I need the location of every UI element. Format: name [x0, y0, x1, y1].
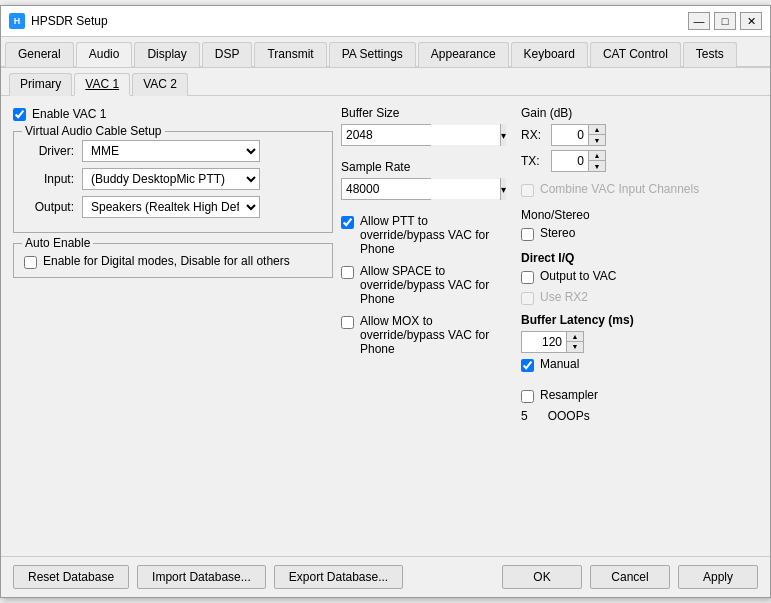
resampler-row: Resampler [521, 388, 713, 403]
latency-up-btn[interactable]: ▲ [567, 332, 583, 342]
main-tab-bar: General Audio Display DSP Transmit PA Se… [1, 37, 770, 68]
export-database-button[interactable]: Export Database... [274, 565, 403, 589]
tx-gain-input[interactable] [552, 151, 588, 171]
sub-tab-vac1[interactable]: VAC 1 [74, 73, 130, 96]
driver-select[interactable]: MME ASIO WDM [82, 140, 260, 162]
tx-gain-down-btn[interactable]: ▼ [589, 161, 605, 171]
ok-button[interactable]: OK [502, 565, 582, 589]
mox-bypass-row: Allow MOX to override/bypass VAC for Pho… [341, 314, 513, 356]
use-rx2-checkbox[interactable] [521, 292, 534, 305]
tab-display[interactable]: Display [134, 42, 199, 67]
tx-gain-arrows: ▲ ▼ [588, 151, 605, 171]
stereo-label: Stereo [540, 226, 575, 240]
title-bar: H HPSDR Setup — □ ✕ [1, 6, 770, 37]
auto-enable-section: Auto Enable Enable for Digital modes, Di… [13, 243, 333, 278]
buffer-size-title: Buffer Size [341, 106, 513, 120]
ptt-bypass-checkbox[interactable] [341, 216, 354, 229]
vac-section-label: Virtual Audio Cable Setup [22, 124, 165, 138]
mid-checkboxes: Allow PTT to override/bypass VAC for Pho… [341, 214, 513, 356]
tab-tests[interactable]: Tests [683, 42, 737, 67]
left-column: Enable VAC 1 Virtual Audio Cable Setup D… [13, 106, 333, 278]
rx-gain-row: RX: ▲ ▼ [521, 124, 713, 146]
sample-rate-input[interactable] [342, 179, 500, 199]
cancel-button[interactable]: Cancel [590, 565, 670, 589]
sub-tab-vac2[interactable]: VAC 2 [132, 73, 188, 96]
digital-modes-checkbox[interactable] [24, 256, 37, 269]
window-controls: — □ ✕ [688, 12, 762, 30]
right-column: Gain (dB) RX: ▲ ▼ TX: [513, 106, 713, 423]
auto-enable-label: Auto Enable [22, 236, 93, 250]
latency-input-row: ▲ ▼ [521, 331, 713, 353]
mox-bypass-checkbox[interactable] [341, 316, 354, 329]
sub-tab-primary[interactable]: Primary [9, 73, 72, 96]
use-rx2-label: Use RX2 [540, 290, 588, 304]
tab-keyboard[interactable]: Keyboard [511, 42, 588, 67]
manual-checkbox[interactable] [521, 359, 534, 372]
app-icon: H [9, 13, 25, 29]
tab-pa-settings[interactable]: PA Settings [329, 42, 416, 67]
tab-audio[interactable]: Audio [76, 42, 133, 67]
buffer-size-dropdown-btn[interactable]: ▾ [500, 124, 506, 146]
output-to-vac-checkbox[interactable] [521, 271, 534, 284]
space-bypass-label: Allow SPACE to override/bypass VAC for P… [360, 264, 513, 306]
gain-title: Gain (dB) [521, 106, 713, 120]
space-bypass-checkbox[interactable] [341, 266, 354, 279]
buffer-size-input[interactable] [342, 125, 500, 145]
apply-button[interactable]: Apply [678, 565, 758, 589]
space-bypass-row: Allow SPACE to override/bypass VAC for P… [341, 264, 513, 306]
sub-tab-bar: Primary VAC 1 VAC 2 [1, 68, 770, 96]
rx-gain-input[interactable] [552, 125, 588, 145]
output-to-vac-label: Output to VAC [540, 269, 616, 283]
buffer-latency-section: Buffer Latency (ms) ▲ ▼ Manual [521, 313, 713, 372]
enable-vac1-label: Enable VAC 1 [32, 107, 107, 121]
tx-gain-row: TX: ▲ ▼ [521, 150, 713, 172]
tab-appearance[interactable]: Appearance [418, 42, 509, 67]
stereo-checkbox[interactable] [521, 228, 534, 241]
rx-gain-up-btn[interactable]: ▲ [589, 125, 605, 135]
tab-cat-control[interactable]: CAT Control [590, 42, 681, 67]
enable-vac1-checkbox[interactable] [13, 108, 26, 121]
manual-label: Manual [540, 357, 579, 371]
tab-dsp[interactable]: DSP [202, 42, 253, 67]
buffer-size-input-group: ▾ [341, 124, 431, 146]
latency-spinbox: ▲ ▼ [521, 331, 584, 353]
bottom-bar-right: OK Cancel Apply [502, 565, 758, 589]
input-select[interactable]: (Buddy DesktopMic PTT) [82, 168, 260, 190]
digital-modes-row: Enable for Digital modes, Disable for al… [24, 254, 322, 269]
input-label: Input: [24, 172, 74, 186]
main-window: H HPSDR Setup — □ ✕ General Audio Displa… [0, 5, 771, 598]
stereo-row: Stereo [521, 226, 713, 241]
combine-vac-checkbox[interactable] [521, 184, 534, 197]
resampler-checkbox[interactable] [521, 390, 534, 403]
tx-gain-spinbox: ▲ ▼ [551, 150, 606, 172]
import-database-button[interactable]: Import Database... [137, 565, 266, 589]
ptt-bypass-row: Allow PTT to override/bypass VAC for Pho… [341, 214, 513, 256]
resampler-label: Resampler [540, 388, 598, 402]
latency-input[interactable] [522, 332, 566, 352]
reset-database-button[interactable]: Reset Database [13, 565, 129, 589]
tab-general[interactable]: General [5, 42, 74, 67]
tab-transmit[interactable]: Transmit [254, 42, 326, 67]
maximize-button[interactable]: □ [714, 12, 736, 30]
buffer-size-section: Buffer Size ▾ [341, 106, 513, 146]
ptt-bypass-label: Allow PTT to override/bypass VAC for Pho… [360, 214, 513, 256]
input-row: Input: (Buddy DesktopMic PTT) [24, 168, 322, 190]
sample-rate-dropdown-btn[interactable]: ▾ [500, 178, 506, 200]
output-select[interactable]: Speakers (Realtek High Defi [82, 196, 260, 218]
combine-vac-section: Combine VAC Input Channels [521, 182, 713, 198]
close-button[interactable]: ✕ [740, 12, 762, 30]
mox-bypass-label: Allow MOX to override/bypass VAC for Pho… [360, 314, 513, 356]
output-label: Output: [24, 200, 74, 214]
tx-gain-up-btn[interactable]: ▲ [589, 151, 605, 161]
direct-iq-title: Direct I/Q [521, 251, 713, 265]
manual-row: Manual [521, 357, 713, 372]
driver-label: Driver: [24, 144, 74, 158]
use-rx2-row: Use RX2 [521, 290, 713, 305]
sample-rate-title: Sample Rate [341, 160, 513, 174]
minimize-button[interactable]: — [688, 12, 710, 30]
driver-row: Driver: MME ASIO WDM [24, 140, 322, 162]
latency-down-btn[interactable]: ▼ [567, 342, 583, 352]
rx-gain-down-btn[interactable]: ▼ [589, 135, 605, 145]
rx-gain-spinbox: ▲ ▼ [551, 124, 606, 146]
digital-modes-label: Enable for Digital modes, Disable for al… [43, 254, 290, 268]
